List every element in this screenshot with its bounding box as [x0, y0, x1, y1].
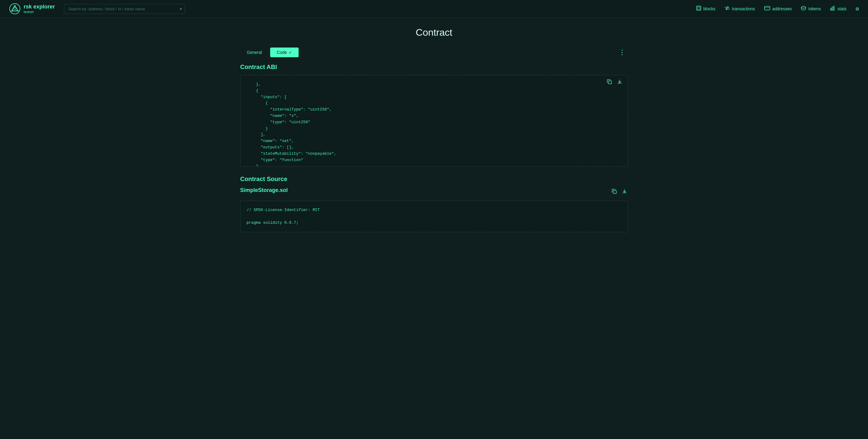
tab-code[interactable]: Code ✓ — [270, 48, 299, 57]
svg-point-10 — [801, 6, 806, 8]
tabs-bar: General Code ✓ ⋮ — [240, 47, 628, 58]
download-icon — [617, 79, 622, 85]
blocks-icon — [696, 5, 702, 12]
nav-tokens[interactable]: tokens — [801, 6, 821, 11]
tab-check-icon: ✓ — [289, 50, 292, 55]
source-download-icon — [622, 189, 627, 194]
svg-rect-8 — [765, 6, 770, 10]
addresses-icon — [764, 6, 770, 11]
stats-icon — [830, 6, 836, 12]
source-code-area[interactable]: // SPDX-License-Identifier: MIT pragma s… — [241, 201, 627, 232]
contract-abi-title: Contract ABI — [240, 64, 628, 70]
abi-download-button[interactable] — [616, 79, 623, 87]
logo-text: rsk explorer testnet — [24, 4, 55, 13]
svg-rect-15 — [613, 190, 616, 193]
navbar: rsk explorer testnet ⌕ blocks transactio… — [0, 0, 868, 18]
source-copy-icon — [612, 189, 617, 194]
nav-blocks[interactable]: blocks — [696, 5, 716, 12]
file-name: SimpleStorage.sol — [240, 187, 288, 193]
copy-icon — [607, 79, 612, 85]
svg-rect-7 — [698, 7, 700, 9]
nav-tokens-label: tokens — [808, 6, 821, 11]
nav-stats-label: stats — [838, 6, 847, 11]
logo-icon — [9, 3, 21, 14]
contract-abi-block: }, { "inputs": [ { "internalType": "uint… — [240, 75, 628, 166]
source-code-block: // SPDX-License-Identifier: MIT pragma s… — [240, 201, 628, 232]
nav-blocks-label: blocks — [704, 6, 716, 11]
svg-rect-6 — [696, 6, 701, 10]
nav-links: blocks transactions addresses tokens sta… — [696, 5, 859, 12]
svg-rect-14 — [609, 81, 612, 84]
nav-addresses-label: addresses — [772, 6, 792, 11]
file-header: SimpleStorage.sol — [240, 187, 628, 197]
main-content: Contract General Code ✓ ⋮ Contract ABI — [222, 18, 646, 250]
nav-transactions[interactable]: transactions — [724, 6, 755, 11]
contract-source-section: Contract Source SimpleStorage.sol — [240, 176, 628, 232]
source-copy-button[interactable] — [611, 188, 618, 196]
abi-actions — [606, 79, 623, 87]
source-download-button[interactable] — [621, 188, 628, 196]
svg-rect-13 — [834, 6, 834, 10]
tab-general[interactable]: General — [240, 48, 269, 57]
search-bar: ⌕ — [64, 4, 185, 14]
settings-icon[interactable]: ⚙ — [856, 5, 859, 12]
nav-addresses[interactable]: addresses — [764, 6, 792, 11]
logo-link[interactable]: rsk explorer testnet — [9, 3, 55, 14]
svg-point-2 — [13, 7, 16, 10]
source-actions — [611, 188, 628, 196]
tabs-left: General Code ✓ — [240, 48, 299, 57]
search-icon: ⌕ — [180, 6, 182, 11]
svg-rect-12 — [832, 7, 833, 10]
tab-code-label: Code — [277, 50, 287, 55]
tokens-icon — [801, 6, 806, 11]
contract-source-title: Contract Source — [240, 176, 628, 183]
nav-stats[interactable]: stats — [830, 6, 847, 12]
source-code-text: // SPDX-License-Identifier: MIT pragma s… — [247, 207, 615, 226]
contract-abi-section: Contract ABI }, { " — [240, 64, 628, 166]
abi-code-text: }, { "inputs": [ { "internalType": "uint… — [247, 82, 615, 166]
abi-copy-button[interactable] — [606, 79, 613, 87]
app-title: rsk explorer — [24, 4, 55, 10]
svg-rect-11 — [831, 8, 831, 10]
app-subtitle: testnet — [24, 10, 55, 13]
page-title: Contract — [240, 27, 628, 38]
search-input[interactable] — [64, 4, 185, 14]
transactions-icon — [724, 6, 730, 11]
abi-code-area[interactable]: }, { "inputs": [ { "internalType": "uint… — [241, 75, 627, 166]
more-options-button[interactable]: ⋮ — [616, 47, 628, 58]
nav-transactions-label: transactions — [732, 6, 755, 11]
